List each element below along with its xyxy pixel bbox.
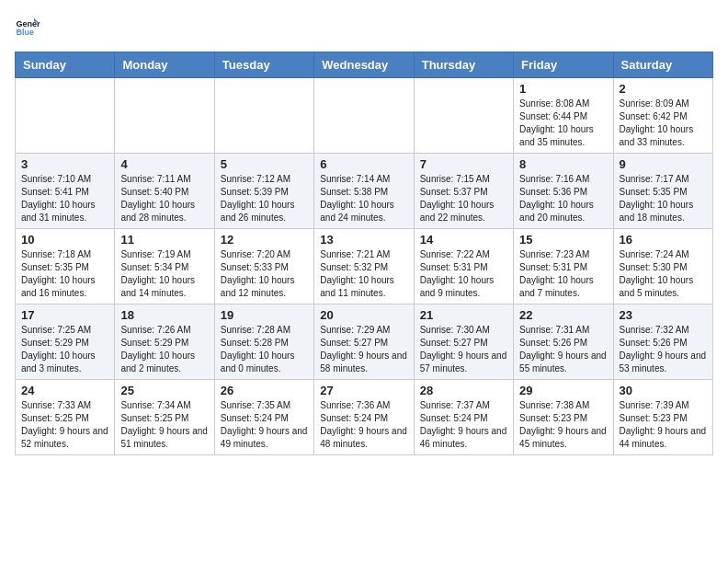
calendar-cell: 8Sunrise: 7:16 AM Sunset: 5:36 PM Daylig…	[514, 154, 613, 229]
day-info: Sunrise: 7:25 AM Sunset: 5:29 PM Dayligh…	[21, 324, 108, 375]
calendar-cell: 27Sunrise: 7:36 AM Sunset: 5:24 PM Dayli…	[314, 380, 414, 455]
day-number: 24	[21, 384, 108, 397]
day-info: Sunrise: 7:30 AM Sunset: 5:27 PM Dayligh…	[420, 324, 507, 375]
calendar-cell: 4Sunrise: 7:11 AM Sunset: 5:40 PM Daylig…	[115, 154, 214, 229]
calendar-cell: 21Sunrise: 7:30 AM Sunset: 5:27 PM Dayli…	[414, 304, 513, 380]
day-number: 5	[221, 157, 308, 171]
day-of-week-header: Sunday	[16, 52, 115, 78]
calendar-cell: 12Sunrise: 7:20 AM Sunset: 5:33 PM Dayli…	[214, 229, 313, 304]
calendar-cell	[16, 78, 115, 154]
calendar-header-row: SundayMondayTuesdayWednesdayThursdayFrid…	[16, 52, 713, 78]
day-number: 18	[120, 308, 208, 322]
day-info: Sunrise: 7:14 AM Sunset: 5:38 PM Dayligh…	[320, 173, 407, 224]
day-of-week-header: Monday	[115, 52, 214, 78]
page-header: General Blue	[15, 15, 713, 40]
calendar-week-row: 10Sunrise: 7:18 AM Sunset: 5:35 PM Dayli…	[16, 229, 713, 304]
calendar-cell: 14Sunrise: 7:22 AM Sunset: 5:31 PM Dayli…	[414, 229, 513, 304]
day-number: 20	[320, 308, 407, 322]
day-info: Sunrise: 7:31 AM Sunset: 5:26 PM Dayligh…	[519, 324, 607, 375]
day-info: Sunrise: 7:35 AM Sunset: 5:24 PM Dayligh…	[221, 399, 308, 451]
calendar-cell: 22Sunrise: 7:31 AM Sunset: 5:26 PM Dayli…	[514, 304, 613, 380]
day-number: 6	[320, 157, 407, 171]
calendar-cell: 13Sunrise: 7:21 AM Sunset: 5:32 PM Dayli…	[314, 229, 414, 304]
day-number: 4	[120, 157, 208, 171]
day-of-week-header: Saturday	[613, 52, 712, 78]
day-number: 21	[420, 308, 507, 322]
day-info: Sunrise: 7:33 AM Sunset: 5:25 PM Dayligh…	[21, 399, 108, 451]
day-info: Sunrise: 7:23 AM Sunset: 5:31 PM Dayligh…	[519, 248, 607, 300]
day-of-week-header: Wednesday	[314, 52, 414, 78]
calendar-cell: 6Sunrise: 7:14 AM Sunset: 5:38 PM Daylig…	[314, 154, 414, 229]
day-info: Sunrise: 8:09 AM Sunset: 6:42 PM Dayligh…	[620, 98, 707, 149]
calendar-cell: 9Sunrise: 7:17 AM Sunset: 5:35 PM Daylig…	[613, 154, 712, 229]
day-info: Sunrise: 7:24 AM Sunset: 5:30 PM Dayligh…	[620, 248, 707, 300]
day-info: Sunrise: 7:26 AM Sunset: 5:29 PM Dayligh…	[120, 324, 208, 375]
day-number: 11	[120, 233, 208, 247]
day-number: 29	[519, 384, 607, 397]
day-info: Sunrise: 8:08 AM Sunset: 6:44 PM Dayligh…	[519, 98, 607, 149]
day-number: 15	[519, 233, 607, 247]
calendar-table: SundayMondayTuesdayWednesdayThursdayFrid…	[15, 52, 713, 455]
day-info: Sunrise: 7:10 AM Sunset: 5:41 PM Dayligh…	[21, 173, 108, 224]
day-info: Sunrise: 7:37 AM Sunset: 5:24 PM Dayligh…	[420, 399, 507, 451]
day-info: Sunrise: 7:18 AM Sunset: 5:35 PM Dayligh…	[21, 248, 108, 300]
svg-text:General: General	[16, 19, 40, 29]
calendar-cell: 11Sunrise: 7:19 AM Sunset: 5:34 PM Dayli…	[115, 229, 214, 304]
day-info: Sunrise: 7:12 AM Sunset: 5:39 PM Dayligh…	[221, 173, 308, 224]
svg-text:Blue: Blue	[16, 28, 34, 37]
day-number: 7	[420, 157, 507, 171]
calendar-cell: 29Sunrise: 7:38 AM Sunset: 5:23 PM Dayli…	[514, 380, 613, 455]
day-number: 14	[420, 233, 507, 247]
calendar-cell: 23Sunrise: 7:32 AM Sunset: 5:26 PM Dayli…	[613, 304, 712, 380]
calendar-cell: 24Sunrise: 7:33 AM Sunset: 5:25 PM Dayli…	[16, 380, 115, 455]
calendar-week-row: 17Sunrise: 7:25 AM Sunset: 5:29 PM Dayli…	[16, 304, 713, 380]
calendar-cell: 26Sunrise: 7:35 AM Sunset: 5:24 PM Dayli…	[214, 380, 313, 455]
day-number: 27	[320, 384, 407, 397]
calendar-cell: 17Sunrise: 7:25 AM Sunset: 5:29 PM Dayli…	[16, 304, 115, 380]
day-number: 16	[620, 233, 707, 247]
calendar-cell: 1Sunrise: 8:08 AM Sunset: 6:44 PM Daylig…	[514, 78, 613, 154]
day-info: Sunrise: 7:20 AM Sunset: 5:33 PM Dayligh…	[221, 248, 308, 300]
logo: General Blue	[15, 15, 40, 40]
day-number: 9	[620, 157, 707, 171]
day-of-week-header: Friday	[514, 52, 613, 78]
day-info: Sunrise: 7:17 AM Sunset: 5:35 PM Dayligh…	[620, 173, 707, 224]
day-info: Sunrise: 7:34 AM Sunset: 5:25 PM Dayligh…	[120, 399, 208, 451]
day-number: 17	[21, 308, 108, 322]
calendar-cell: 18Sunrise: 7:26 AM Sunset: 5:29 PM Dayli…	[115, 304, 214, 380]
calendar-cell: 28Sunrise: 7:37 AM Sunset: 5:24 PM Dayli…	[414, 380, 513, 455]
calendar-cell	[214, 78, 313, 154]
calendar-cell: 10Sunrise: 7:18 AM Sunset: 5:35 PM Dayli…	[16, 229, 115, 304]
calendar-cell	[414, 78, 513, 154]
calendar-cell: 3Sunrise: 7:10 AM Sunset: 5:41 PM Daylig…	[16, 154, 115, 229]
calendar-cell: 30Sunrise: 7:39 AM Sunset: 5:23 PM Dayli…	[613, 380, 712, 455]
day-info: Sunrise: 7:29 AM Sunset: 5:27 PM Dayligh…	[320, 324, 407, 375]
calendar-cell	[314, 78, 414, 154]
day-number: 23	[620, 308, 707, 322]
day-number: 1	[519, 82, 607, 96]
calendar-cell: 20Sunrise: 7:29 AM Sunset: 5:27 PM Dayli…	[314, 304, 414, 380]
day-info: Sunrise: 7:36 AM Sunset: 5:24 PM Dayligh…	[320, 399, 407, 451]
day-number: 3	[21, 157, 108, 171]
day-info: Sunrise: 7:19 AM Sunset: 5:34 PM Dayligh…	[120, 248, 208, 300]
day-number: 19	[221, 308, 308, 322]
day-number: 13	[320, 233, 407, 247]
day-info: Sunrise: 7:16 AM Sunset: 5:36 PM Dayligh…	[519, 173, 607, 224]
day-info: Sunrise: 7:15 AM Sunset: 5:37 PM Dayligh…	[420, 173, 507, 224]
day-info: Sunrise: 7:11 AM Sunset: 5:40 PM Dayligh…	[120, 173, 208, 224]
day-number: 26	[221, 384, 308, 397]
day-number: 10	[21, 233, 108, 247]
logo-icon: General Blue	[15, 15, 40, 40]
calendar-week-row: 3Sunrise: 7:10 AM Sunset: 5:41 PM Daylig…	[16, 154, 713, 229]
calendar-cell: 7Sunrise: 7:15 AM Sunset: 5:37 PM Daylig…	[414, 154, 513, 229]
day-info: Sunrise: 7:39 AM Sunset: 5:23 PM Dayligh…	[620, 399, 707, 451]
day-info: Sunrise: 7:22 AM Sunset: 5:31 PM Dayligh…	[420, 248, 507, 300]
day-number: 12	[221, 233, 308, 247]
calendar-cell: 19Sunrise: 7:28 AM Sunset: 5:28 PM Dayli…	[214, 304, 313, 380]
calendar-cell: 16Sunrise: 7:24 AM Sunset: 5:30 PM Dayli…	[613, 229, 712, 304]
day-info: Sunrise: 7:28 AM Sunset: 5:28 PM Dayligh…	[221, 324, 308, 375]
calendar-cell: 25Sunrise: 7:34 AM Sunset: 5:25 PM Dayli…	[115, 380, 214, 455]
day-number: 28	[420, 384, 507, 397]
day-number: 8	[519, 157, 607, 171]
day-of-week-header: Thursday	[414, 52, 513, 78]
